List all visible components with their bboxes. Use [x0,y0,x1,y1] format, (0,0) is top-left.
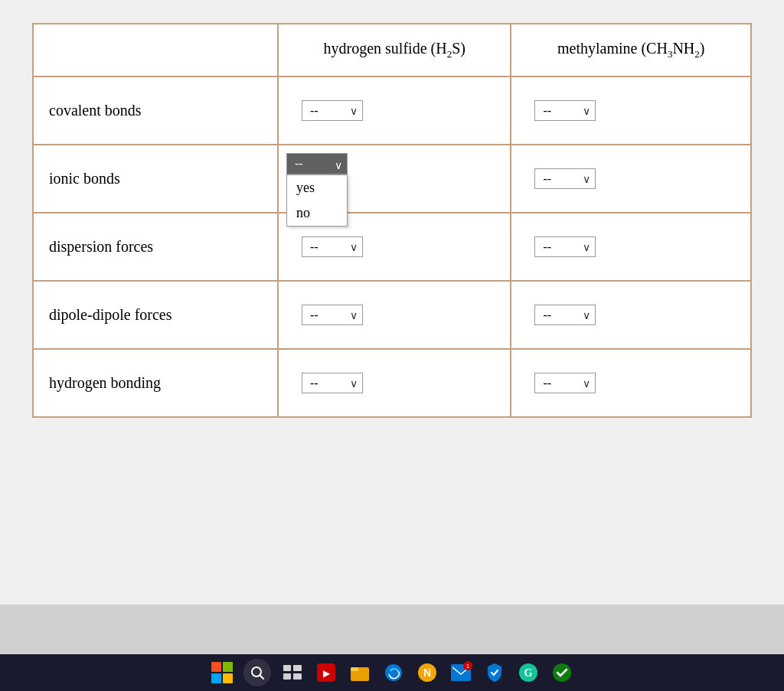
chemistry-table: hydrogen sulfide (H2S) methylamine (CH3N… [32,23,752,418]
norton-icon[interactable]: N [415,660,439,685]
cell-ionic-h2s: -- yes no [278,145,511,213]
svg-text:N: N [423,667,431,679]
edge-icon[interactable] [381,660,406,685]
cell-dispersion-ch3nh2: -- yes no [511,213,751,281]
svg-rect-2 [283,665,291,671]
row-label-dispersion: dispersion forces [33,213,278,281]
table-row: covalent bonds -- yes no [33,77,751,145]
taskview-icon[interactable] [280,660,305,685]
windows-start-button[interactable] [210,660,234,685]
svg-point-16 [553,663,571,682]
row-label-ionic: ionic bonds [33,145,278,213]
select-wrapper-dipole-ch3nh2[interactable]: -- yes no [534,305,596,325]
cell-covalent-h2s: -- yes no [278,77,511,145]
col-header-ch3nh2: methylamine (CH3NH2) [511,24,751,77]
select-wrapper-covalent-h2s[interactable]: -- yes no [302,100,363,121]
select-wrapper-hbonding-ch3nh2[interactable]: -- yes no [534,373,596,393]
table-row: hydrogen bonding -- yes no [33,349,751,417]
select-wrapper-dipole-h2s[interactable]: -- yes no [302,305,363,325]
empty-header-cell [33,24,278,77]
row-label-covalent: covalent bonds [33,77,278,145]
svg-text:G: G [524,667,533,679]
svg-rect-3 [293,665,302,671]
select-hbonding-ch3nh2[interactable]: -- yes no [534,373,596,393]
dropdown-option-yes[interactable]: yes [287,175,347,200]
mail-icon[interactable]: 1 [449,660,473,685]
files-icon[interactable] [348,660,372,685]
select-dipole-h2s[interactable]: -- yes no [302,305,363,325]
select-covalent-h2s[interactable]: -- yes no [302,100,363,121]
table-row: ionic bonds -- yes no [33,145,751,213]
dropdown-trigger-ionic-h2s[interactable]: -- [286,153,348,174]
col-header-h2s: hydrogen sulfide (H2S) [278,24,511,77]
select-dipole-ch3nh2[interactable]: -- yes no [534,305,596,325]
main-content: hydrogen sulfide (H2S) methylamine (CH3N… [0,0,784,605]
select-covalent-ch3nh2[interactable]: -- yes no [534,100,596,121]
table-row: dispersion forces -- yes no [33,213,751,281]
cell-hbonding-ch3nh2: -- yes no [511,349,751,417]
table-row: dipole-dipole forces -- yes no [33,281,751,349]
svg-line-1 [260,676,264,680]
row-label-hbonding: hydrogen bonding [33,349,278,417]
grammarly-icon[interactable]: G [516,660,541,685]
select-wrapper-dispersion-h2s[interactable]: -- yes no [302,236,363,257]
dropdown-ionic-h2s[interactable]: -- yes no [286,153,348,174]
select-wrapper-covalent-ch3nh2[interactable]: -- yes no [534,100,596,121]
cell-ionic-ch3nh2: -- yes no [511,145,751,213]
svg-rect-9 [351,667,358,671]
row-label-dipole: dipole-dipole forces [33,281,278,349]
dropdown-selected-value: -- [295,157,303,171]
check-icon[interactable] [550,660,574,685]
select-hbonding-h2s[interactable]: -- yes no [302,373,363,393]
dropdown-menu-ionic-h2s: yes no [286,174,348,227]
cell-covalent-ch3nh2: -- yes no [511,77,751,145]
select-dispersion-h2s[interactable]: -- yes no [302,236,363,257]
cell-dipole-h2s: -- yes no [278,281,511,349]
select-wrapper-hbonding-h2s[interactable]: -- yes no [302,373,363,393]
taskbar: ▶ N 1 [0,654,784,691]
select-wrapper-ionic-ch3nh2[interactable]: -- yes no [534,168,596,189]
cell-hbonding-h2s: -- yes no [278,349,511,417]
dropdown-option-no[interactable]: no [287,200,347,226]
svg-rect-4 [283,673,291,680]
defender-icon[interactable] [482,660,507,685]
cell-dipole-ch3nh2: -- yes no [511,281,751,349]
teams-icon[interactable]: ▶ [314,660,338,685]
select-ionic-ch3nh2[interactable]: -- yes no [534,168,596,189]
svg-rect-5 [293,673,302,680]
select-wrapper-dispersion-ch3nh2[interactable]: -- yes no [534,236,596,257]
svg-text:▶: ▶ [323,668,331,679]
search-icon[interactable] [243,659,271,686]
select-dispersion-ch3nh2[interactable]: -- yes no [534,236,596,257]
